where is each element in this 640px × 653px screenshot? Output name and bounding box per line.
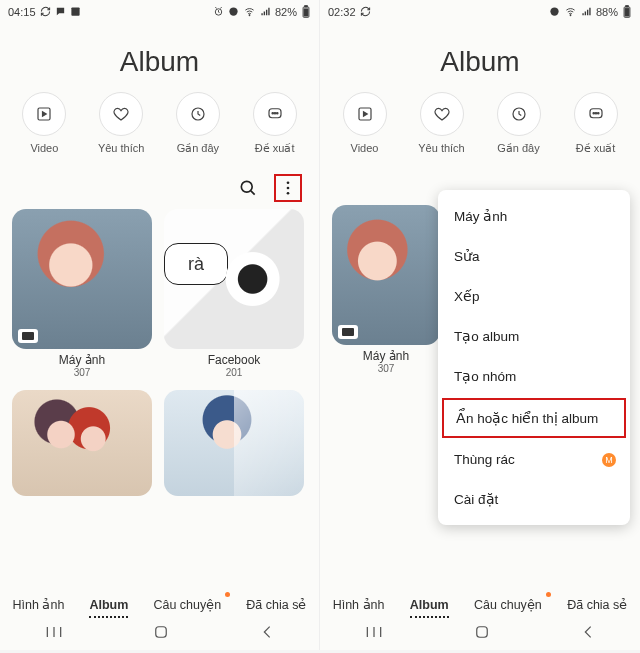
chip-label: Yêu thích xyxy=(98,142,144,154)
home-button[interactable] xyxy=(473,623,491,641)
tab-label: Đã chia sẻ xyxy=(246,598,306,612)
notification-dot-icon xyxy=(225,592,230,597)
chip-favorite[interactable]: Yêu thích xyxy=(85,92,157,155)
back-button[interactable] xyxy=(580,624,596,640)
chip-video[interactable]: Video xyxy=(8,92,80,155)
svg-point-2 xyxy=(229,7,237,15)
svg-point-22 xyxy=(550,7,558,15)
clock-icon xyxy=(189,105,207,123)
alert-icon xyxy=(549,6,560,17)
tab-shared[interactable]: Đã chia sẻ xyxy=(244,593,308,616)
overflow-menu: Máy ảnh Sửa Xếp Tạo album Tạo nhóm Ẩn ho… xyxy=(438,190,630,525)
album-item[interactable]: Máy ảnh 307 xyxy=(12,209,152,378)
svg-rect-6 xyxy=(304,9,308,16)
album-name: Máy ảnh xyxy=(332,349,440,363)
chip-label: Gần đây xyxy=(177,142,219,155)
chip-recent[interactable]: Gần đây xyxy=(483,92,555,155)
tab-images[interactable]: Hình ảnh xyxy=(331,593,387,616)
album-item[interactable]: rà Facebook 201 xyxy=(164,209,304,378)
menu-item-create-group[interactable]: Tạo nhóm xyxy=(438,356,630,396)
album-count: 307 xyxy=(12,367,152,378)
svg-point-30 xyxy=(593,113,595,115)
tab-images[interactable]: Hình ảnh xyxy=(11,593,67,616)
battery-text: 88% xyxy=(596,6,618,18)
tab-album[interactable]: Album xyxy=(408,594,451,616)
menu-label: Máy ảnh xyxy=(454,209,507,224)
svg-point-32 xyxy=(597,113,599,115)
more-button[interactable] xyxy=(277,177,299,199)
wifi-icon xyxy=(564,6,577,17)
svg-rect-21 xyxy=(156,627,167,638)
svg-point-12 xyxy=(276,113,278,115)
tab-stories[interactable]: Câu chuyện xyxy=(472,593,544,616)
more-vertical-icon xyxy=(279,179,297,197)
back-button[interactable] xyxy=(259,624,275,640)
svg-rect-17 xyxy=(22,332,34,340)
chip-recent[interactable]: Gần đây xyxy=(162,92,234,155)
tab-album[interactable]: Album xyxy=(87,594,130,616)
menu-item-trash[interactable]: Thùng rácM xyxy=(438,440,630,479)
menu-label: Sửa xyxy=(454,249,480,264)
tab-label: Đã chia sẻ xyxy=(567,598,627,612)
album-item[interactable]: Máy ảnh 307 xyxy=(332,205,440,374)
album-type-icon xyxy=(338,325,358,339)
tab-stories[interactable]: Câu chuyện xyxy=(151,593,223,616)
recents-button[interactable] xyxy=(364,625,384,639)
svg-point-16 xyxy=(287,192,290,195)
menu-item-sort[interactable]: Xếp xyxy=(438,276,630,316)
play-icon xyxy=(356,105,374,123)
suggest-icon xyxy=(266,105,284,123)
tab-shared[interactable]: Đã chia sẻ xyxy=(565,593,629,616)
search-icon xyxy=(238,178,258,198)
status-bar: 04:15 82% xyxy=(0,0,319,22)
menu-badge-icon: M xyxy=(602,453,616,467)
heart-icon xyxy=(433,105,451,123)
signal-icon xyxy=(260,6,271,17)
album-item[interactable] xyxy=(164,390,304,496)
album-thumbnail xyxy=(164,390,304,496)
battery-text: 82% xyxy=(275,6,297,18)
toolbar xyxy=(0,155,319,205)
chip-suggest[interactable]: Đề xuất xyxy=(239,92,311,155)
menu-item-edit[interactable]: Sửa xyxy=(438,236,630,276)
menu-label: Tạo nhóm xyxy=(454,369,516,384)
svg-rect-5 xyxy=(305,6,308,7)
album-item[interactable] xyxy=(12,390,152,496)
status-time: 04:15 xyxy=(8,6,36,18)
chip-favorite[interactable]: Yêu thích xyxy=(406,92,478,155)
svg-rect-0 xyxy=(71,7,79,15)
chip-suggest[interactable]: Đề xuất xyxy=(560,92,632,155)
signal-icon xyxy=(581,6,592,17)
clock-icon xyxy=(510,105,528,123)
album-count: 307 xyxy=(332,363,440,374)
svg-point-10 xyxy=(272,113,274,115)
album-name: Facebook xyxy=(164,353,304,367)
category-chips: Video Yêu thích Gần đây Đề xuất xyxy=(320,92,640,155)
svg-rect-33 xyxy=(342,328,354,336)
menu-item-create-album[interactable]: Tạo album xyxy=(438,316,630,356)
play-icon xyxy=(35,105,53,123)
svg-rect-37 xyxy=(477,627,488,638)
recents-button[interactable] xyxy=(44,625,64,639)
album-grid: Máy ảnh 307 rà Facebook 201 xyxy=(0,205,319,500)
page-title: Album xyxy=(0,22,319,92)
menu-item-camera[interactable]: Máy ảnh xyxy=(438,196,630,236)
tab-label: Album xyxy=(410,598,449,612)
search-button[interactable] xyxy=(237,177,259,199)
speech-bubble: rà xyxy=(164,243,228,285)
album-count: 201 xyxy=(164,367,304,378)
chip-label: Video xyxy=(351,142,379,154)
tab-label: Câu chuyện xyxy=(474,598,542,612)
album-name: Máy ảnh xyxy=(12,353,152,367)
alarm-icon xyxy=(213,6,224,17)
android-navbar xyxy=(320,618,640,646)
svg-point-23 xyxy=(570,15,571,16)
battery-icon xyxy=(622,5,632,18)
menu-item-settings[interactable]: Cài đặt xyxy=(438,479,630,519)
bottom-tabs: Hình ảnh Album Câu chuyện Đã chia sẻ xyxy=(0,593,319,616)
menu-item-hide-show-album[interactable]: Ẩn hoặc hiển thị album xyxy=(442,398,626,438)
chip-label: Đề xuất xyxy=(576,142,616,155)
home-button[interactable] xyxy=(152,623,170,641)
status-time: 02:32 xyxy=(328,6,356,18)
chip-video[interactable]: Video xyxy=(329,92,401,155)
